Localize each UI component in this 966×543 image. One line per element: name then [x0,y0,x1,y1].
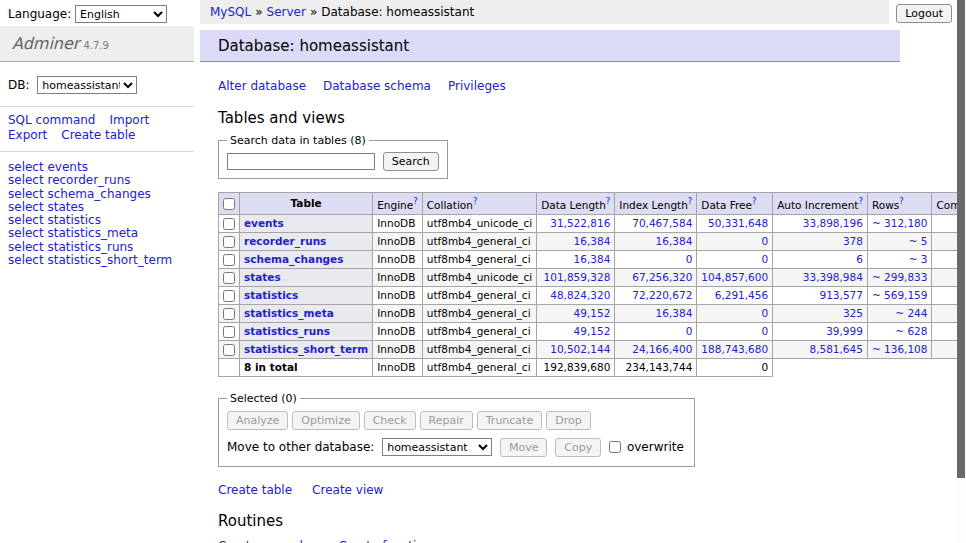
table-row-statistics_runs: statistics_runsInnoDButf8mb4_general_ci4… [219,322,966,340]
cell-auto-increment: 325 [773,304,868,322]
sidebar-link-sql-command[interactable]: SQL command [8,113,95,127]
cell-engine: InnoDB [373,214,423,232]
selected-buttons-row: AnalyzeOptimizeCheckRepairTruncateDrop [227,411,684,430]
scrollbar-track[interactable] [957,0,966,543]
table-link-statistics_meta[interactable]: statistics_meta [244,307,334,319]
table-link-states[interactable]: states [244,271,281,283]
selected-fieldset: Selected (0) AnalyzeOptimizeCheckRepairT… [218,392,695,467]
search-input[interactable] [227,153,375,170]
app-version: 4.7.9 [83,40,108,51]
cell-rows: ~ 312,180 [867,214,932,232]
breadcrumb-link-server[interactable]: Server [267,5,306,19]
app-logo[interactable]: Adminer [12,34,79,53]
column-header-table: Table [240,193,373,215]
help-link[interactable]: ? [899,196,904,206]
sidebar-link-export[interactable]: Export [8,128,47,142]
check-button[interactable]: Check [364,411,416,430]
help-link[interactable]: ? [473,196,478,206]
help-link[interactable]: ? [858,196,863,206]
table-link-events[interactable]: events [244,217,284,229]
routines-link-create-procedure[interactable]: Create procedure [218,539,323,543]
cell-collation: utf8mb4_general_ci [422,286,536,304]
action-link-privileges[interactable]: Privileges [448,79,506,93]
row-checkbox-statistics_runs[interactable] [223,326,235,338]
analyze-button[interactable]: Analyze [227,411,288,430]
sidebar-link-create-table[interactable]: Create table [61,128,135,142]
optimize-button[interactable]: Optimize [292,411,359,430]
sidebar-item-statistics_runs[interactable]: select statistics_runs [8,241,186,254]
cell-data-free: 0 [697,232,773,250]
row-checkbox-statistics[interactable] [223,290,235,302]
cell-data-length: 49,152 [537,322,615,340]
row-checkbox-statistics_short_term[interactable] [223,344,235,356]
cell-collation: utf8mb4_general_ci [422,250,536,268]
breadcrumb-separator: » [310,5,317,19]
drop-button[interactable]: Drop [546,411,590,430]
cell-engine: InnoDB [373,340,423,358]
sidebar-item-statistics_meta[interactable]: select statistics_meta [8,227,186,240]
sidebar-item-schema_changes[interactable]: select schema_changes [8,188,186,201]
help-link[interactable]: ? [413,196,418,206]
cell-rows: ~ 628 [867,322,932,340]
db-select[interactable]: homeassistant [37,76,137,94]
breadcrumb-link-mysql[interactable]: MySQL [210,5,251,19]
language-select[interactable]: English [75,5,167,23]
cell-auto-increment: 6 [773,250,868,268]
table-link-recorder_runs[interactable]: recorder_runs [244,235,326,247]
table-link-statistics[interactable]: statistics [244,289,298,301]
help-link[interactable]: ? [606,196,611,206]
sidebar-item-states[interactable]: select states [8,201,186,214]
row-checkbox-states[interactable] [223,272,235,284]
cell-data-length: 16,384 [537,250,615,268]
column-header-auto-increment: Auto Increment? [773,193,868,215]
truncate-button[interactable]: Truncate [477,411,542,430]
table-header-row: TableEngine?Collation?Data Length?Index … [219,193,966,215]
logout-button[interactable]: Logout [896,4,952,23]
sidebar-table-links: select eventsselect recorder_runsselect … [0,152,194,267]
table-link-statistics_runs[interactable]: statistics_runs [244,325,330,337]
cell-collation: utf8mb4_general_ci [422,304,536,322]
sidebar-item-statistics[interactable]: select statistics [8,214,186,227]
cell-index-length: 67,256,320 [615,268,697,286]
sidebar-item-statistics_short_term[interactable]: select statistics_short_term [8,254,186,267]
total-data-length: 192,839,680 [537,358,615,376]
move-db-select[interactable]: homeassistant [382,438,492,456]
move-button[interactable]: Move [500,438,548,457]
sidebar-item-events[interactable]: select events [8,161,186,174]
row-checkbox-schema_changes[interactable] [223,254,235,266]
routines-link-create-function[interactable]: Create function [339,539,432,543]
cell-engine: InnoDB [373,304,423,322]
cell-collation: utf8mb4_unicode_ci [422,268,536,286]
action-link-database-schema[interactable]: Database schema [323,79,431,93]
scrollbar-thumb[interactable] [957,0,965,478]
sidebar-link-import[interactable]: Import [109,113,149,127]
select-all-checkbox[interactable] [223,198,235,210]
bottom-link-create-table[interactable]: Create table [218,483,292,497]
search-button[interactable]: Search [383,152,439,171]
repair-button[interactable]: Repair [420,411,473,430]
column-header-index-length: Index Length? [615,193,697,215]
help-link[interactable]: ? [688,196,693,206]
overwrite-checkbox[interactable] [609,441,621,453]
cell-engine: InnoDB [373,232,423,250]
row-checkbox-recorder_runs[interactable] [223,236,235,248]
language-label: Language: [8,7,71,21]
routines-heading: Routines [218,512,900,530]
cell-auto-increment: 33,898,196 [773,214,868,232]
row-checkbox-events[interactable] [223,218,235,230]
routines-links: Create procedureCreate function [218,539,900,543]
table-link-statistics_short_term[interactable]: statistics_short_term [244,343,368,355]
cell-collation: utf8mb4_unicode_ci [422,214,536,232]
search-fieldset: Search data in tables (8) Search [218,134,448,179]
tables-heading: Tables and views [218,109,900,127]
row-checkbox-statistics_meta[interactable] [223,308,235,320]
table-link-schema_changes[interactable]: schema_changes [244,253,344,265]
copy-button[interactable]: Copy [555,438,601,457]
total-engine: InnoDB [373,358,423,376]
sidebar-item-recorder_runs[interactable]: select recorder_runs [8,174,186,187]
cell-index-length: 24,166,400 [615,340,697,358]
help-link[interactable]: ? [752,196,757,206]
action-link-alter-database[interactable]: Alter database [218,79,306,93]
bottom-link-create-view[interactable]: Create view [312,483,383,497]
search-legend: Search data in tables (8) [227,134,369,147]
